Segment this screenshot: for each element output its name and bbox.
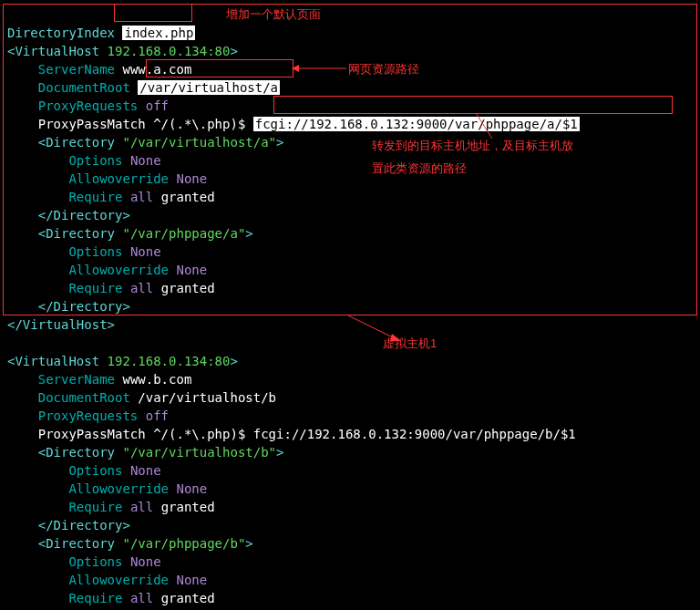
value-highlight: index.php (122, 26, 195, 40)
directive: DocumentRoot (38, 80, 130, 95)
vhost-open: <VirtualHost (7, 354, 99, 368)
vhost-close: </VirtualHost> (7, 317, 115, 332)
vhost-addr: 192.168.0.134:80 (108, 44, 231, 58)
annotation-webroot: 网页资源路径 (348, 60, 419, 78)
annotation-proxy-line2: 置此类资源的路径 (372, 160, 467, 178)
proxy-target-highlight: fcgi://192.168.0.132:9000/var/phppage/a/… (253, 117, 580, 131)
directive: ProxyRequests (38, 98, 139, 113)
vhost-addr: 192.168.0.134:80 (108, 354, 231, 368)
annotation-default-page: 增加一个默认页面 (226, 5, 321, 24)
annotation-proxy-line1: 转发到的目标主机地址，及目标主机放 (372, 137, 573, 155)
directive: ServerName (38, 62, 115, 77)
directive: DirectoryIndex (7, 26, 115, 40)
docroot-highlight: /var/virtualhost/a (138, 80, 280, 95)
vhost-open: <VirtualHost (7, 44, 99, 58)
directive: ProxyPassMatch (38, 117, 146, 131)
annotation-vhost1: 虚拟主机1 (383, 335, 437, 353)
config-code: DirectoryIndex index.php <VirtualHost 19… (0, 0, 700, 610)
